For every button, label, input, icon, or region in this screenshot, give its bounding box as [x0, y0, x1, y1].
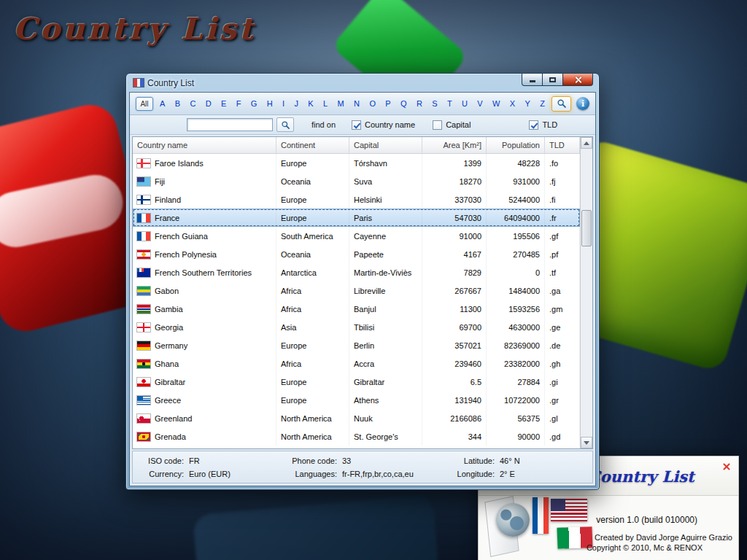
vertical-scrollbar[interactable]: [580, 137, 592, 448]
letter-filter-n[interactable]: N: [354, 99, 360, 108]
country-row[interactable]: Gabon Africa Libreville 267667 1484000 .…: [133, 281, 580, 300]
country-row[interactable]: French Polynesia Oceania Papeete 4167 27…: [133, 245, 580, 263]
country-capital: Tbilisi: [349, 318, 422, 336]
letter-filter-w[interactable]: W: [492, 99, 500, 108]
letter-filter-f[interactable]: F: [236, 99, 241, 108]
country-capital: Papeete: [349, 245, 422, 263]
country-continent: Europe: [276, 373, 349, 391]
country-tld: .tf: [545, 263, 580, 281]
country-capital: Athens: [349, 391, 422, 409]
letter-filter-l[interactable]: L: [323, 99, 328, 108]
letter-filter-y[interactable]: Y: [525, 99, 530, 108]
letter-filter-b[interactable]: B: [175, 99, 180, 108]
country-name-cell: Grenada: [133, 427, 276, 446]
column-header-country-name[interactable]: Country name: [133, 137, 276, 153]
country-row[interactable]: Ghana Africa Accra 239460 23382000 .gh: [133, 354, 580, 373]
country-row[interactable]: Greenland North America Nuuk 2166086 563…: [133, 409, 580, 427]
country-population: 56375: [487, 409, 545, 427]
country-area: 6.5: [422, 373, 487, 391]
letter-filter-d[interactable]: D: [206, 99, 212, 108]
letter-filter-m[interactable]: M: [338, 99, 344, 108]
letter-filter-i[interactable]: I: [282, 99, 285, 108]
info-button[interactable]: i: [576, 97, 589, 110]
letter-filter-p[interactable]: P: [385, 99, 390, 108]
country-row[interactable]: French Southern Territories Antarctica M…: [133, 263, 580, 281]
country-capital: Gibraltar: [349, 373, 422, 391]
minimize-button[interactable]: [522, 74, 543, 86]
country-name: Ghana: [155, 359, 179, 368]
flag-gh-icon: [137, 359, 150, 368]
country-row[interactable]: Fiji Oceania Suva 18270 931000 .fj: [133, 172, 580, 190]
details-row-1: ISO code:FRPhone code:33Latitude:46° N: [142, 454, 592, 467]
search-go-button[interactable]: [276, 117, 294, 132]
letter-filter-q[interactable]: Q: [400, 99, 407, 108]
about-close-icon[interactable]: [722, 462, 731, 471]
scroll-up-button[interactable]: [581, 137, 592, 149]
letter-filter-g[interactable]: G: [251, 99, 258, 108]
letter-filter-o[interactable]: O: [369, 99, 376, 108]
flag-ge-icon: [137, 323, 150, 332]
letter-filter-u[interactable]: U: [462, 99, 468, 108]
column-header-tld[interactable]: TLD: [545, 137, 580, 153]
letter-filter-e[interactable]: E: [221, 99, 226, 108]
letter-filter-t[interactable]: T: [447, 99, 452, 108]
letter-filter-s[interactable]: S: [432, 99, 437, 108]
country-row[interactable]: Faroe Islands Europe Tórshavn 1399 48228…: [133, 154, 580, 172]
country-row[interactable]: French Guiana South America Cayenne 9100…: [133, 227, 580, 245]
search-input[interactable]: [187, 118, 273, 131]
letter-filter-x[interactable]: X: [510, 99, 515, 108]
letter-filter-a[interactable]: A: [160, 99, 165, 108]
letter-filter-v[interactable]: V: [477, 99, 482, 108]
scrollbar-track[interactable]: [581, 149, 592, 437]
search-bar: find on Country nameCapitalTLD: [130, 115, 595, 135]
country-area: 547030: [422, 209, 487, 227]
flag-tf-icon: [137, 268, 150, 277]
letter-filter-h[interactable]: H: [267, 99, 273, 108]
letter-filter-z[interactable]: Z: [540, 99, 545, 108]
flag-fo-icon: [137, 159, 150, 168]
find-on-label: find on: [311, 120, 336, 129]
column-header-population[interactable]: Population: [487, 137, 545, 153]
detail-value: fr-FR,frp,br,co,ca,eu: [342, 470, 414, 478]
column-header-continent[interactable]: Continent: [276, 137, 349, 153]
country-tld: .de: [545, 336, 580, 354]
search-tool-button[interactable]: [551, 96, 571, 112]
country-capital: St. George's: [349, 427, 422, 446]
country-continent: Europe: [276, 391, 349, 409]
flag-fi-icon: [137, 195, 150, 204]
window-titlebar[interactable]: Country List: [129, 74, 596, 92]
country-row[interactable]: Gibraltar Europe Gibraltar 6.5 27884 .gi: [133, 373, 580, 391]
checkbox-country-name[interactable]: Country name: [352, 120, 415, 130]
country-row[interactable]: Finland Europe Helsinki 337030 5244000 .…: [133, 190, 580, 209]
country-name-cell: Faroe Islands: [133, 154, 276, 172]
letter-filter-r[interactable]: R: [417, 99, 422, 108]
column-header-area[interactable]: Area [Km²]: [422, 137, 487, 153]
about-title: Country List: [588, 467, 694, 486]
country-capital: Berlin: [349, 336, 422, 354]
country-row[interactable]: Georgia Asia Tbilisi 69700 4630000 .ge: [133, 318, 580, 336]
letter-filter-k[interactable]: K: [308, 99, 313, 108]
country-tld: .ga: [545, 281, 580, 300]
country-tld: .gr: [545, 391, 580, 409]
checkbox-tld[interactable]: TLD: [529, 120, 557, 130]
checkbox-capital[interactable]: Capital: [433, 120, 471, 130]
country-row[interactable]: Gambia Africa Banjul 11300 1593256 .gm: [133, 300, 580, 318]
country-name: Germany: [155, 341, 187, 350]
flag-gr-icon: [137, 396, 150, 405]
filter-all-button[interactable]: All: [136, 97, 153, 111]
close-button[interactable]: [562, 74, 593, 86]
letter-filter-j[interactable]: J: [294, 99, 298, 108]
country-tld: .gd: [545, 427, 580, 446]
country-continent: Antarctica: [276, 263, 349, 281]
scrollbar-thumb[interactable]: [581, 210, 592, 246]
country-row[interactable]: Germany Europe Berlin 357021 82369000 .d…: [133, 336, 580, 354]
country-row[interactable]: France Europe Paris 547030 64094000 .fr: [133, 209, 580, 227]
letter-filter-c[interactable]: C: [190, 99, 196, 108]
country-population: 90000: [487, 427, 545, 446]
country-row[interactable]: Greece Europe Athens 131940 10722000 .gr: [133, 391, 580, 409]
column-header-capital[interactable]: Capital: [349, 137, 422, 153]
country-row[interactable]: Grenada North America St. George's 344 9…: [133, 427, 580, 446]
maximize-button[interactable]: [543, 74, 562, 86]
scroll-down-button[interactable]: [581, 437, 592, 448]
magnifier-icon: [557, 98, 567, 109]
